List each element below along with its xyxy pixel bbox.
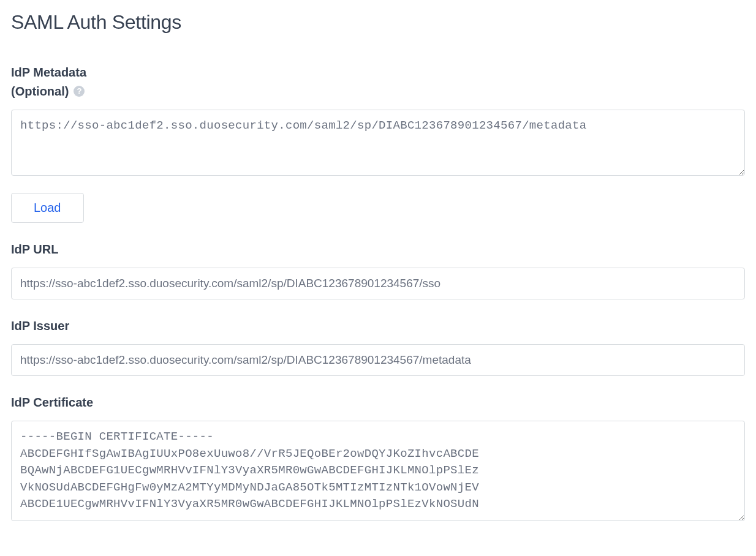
idp-url-input[interactable] bbox=[11, 268, 745, 299]
idp-metadata-group: IdP Metadata (Optional) ? https://sso-ab… bbox=[11, 63, 745, 223]
idp-url-group: IdP URL bbox=[11, 240, 745, 299]
idp-certificate-label: IdP Certificate bbox=[11, 393, 745, 412]
page-title: SAML Auth Settings bbox=[11, 11, 745, 34]
idp-metadata-label-line1: IdP Metadata bbox=[11, 63, 745, 82]
idp-url-label: IdP URL bbox=[11, 240, 745, 259]
idp-metadata-input[interactable]: https://sso-abc1def2.sso.duosecurity.com… bbox=[11, 110, 745, 176]
idp-issuer-label: IdP Issuer bbox=[11, 317, 745, 336]
idp-certificate-group: IdP Certificate -----BEGIN CERTIFICATE--… bbox=[11, 393, 745, 524]
help-icon[interactable]: ? bbox=[74, 86, 85, 97]
idp-issuer-input[interactable] bbox=[11, 344, 745, 376]
idp-certificate-input[interactable]: -----BEGIN CERTIFICATE----- ABCDEFGHIfSg… bbox=[11, 421, 745, 521]
idp-issuer-group: IdP Issuer bbox=[11, 317, 745, 376]
idp-metadata-label-optional: (Optional) bbox=[11, 82, 69, 101]
load-button[interactable]: Load bbox=[11, 193, 84, 223]
idp-metadata-label: IdP Metadata (Optional) ? bbox=[11, 63, 745, 101]
